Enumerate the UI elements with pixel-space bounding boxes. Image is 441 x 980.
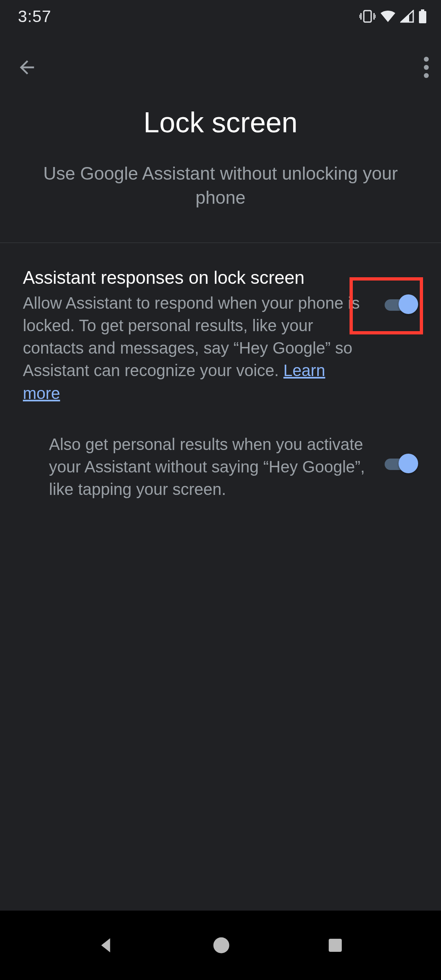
svg-rect-5 (421, 9, 424, 11)
page-header: Lock screen Use Google Assistant without… (0, 90, 441, 243)
toggle-personal-results[interactable] (382, 451, 418, 474)
svg-point-10 (213, 938, 229, 953)
page-subtitle: Use Google Assistant without unlocking y… (24, 161, 416, 210)
page-title: Lock screen (24, 106, 416, 139)
svg-point-7 (424, 57, 429, 62)
signal-icon (400, 10, 414, 23)
nav-back-button[interactable] (96, 935, 117, 956)
toggle-assistant-responses[interactable] (382, 292, 418, 315)
back-button[interactable] (16, 57, 38, 78)
battery-icon (418, 9, 427, 23)
wifi-icon (380, 10, 396, 23)
svg-point-8 (424, 65, 429, 70)
setting-description: Allow Assistant to respond when your pho… (23, 292, 366, 405)
status-bar: 3:57 (0, 0, 441, 33)
nav-recent-button[interactable] (325, 935, 345, 955)
nav-home-button[interactable] (211, 935, 232, 956)
setting-description: Also get personal results when you activ… (49, 433, 366, 501)
more-options-button[interactable] (424, 57, 429, 78)
app-bar (0, 45, 441, 90)
status-time: 3:57 (18, 7, 51, 26)
setting-title: Assistant responses on lock screen (23, 267, 366, 288)
svg-point-9 (424, 73, 429, 78)
svg-rect-0 (364, 11, 371, 22)
svg-rect-11 (329, 939, 342, 952)
setting-personal-results[interactable]: Also get personal results when you activ… (0, 421, 441, 517)
svg-rect-6 (419, 11, 426, 23)
setting-assistant-responses[interactable]: Assistant responses on lock screen Allow… (0, 259, 441, 421)
settings-list: Assistant responses on lock screen Allow… (0, 243, 441, 517)
system-nav-bar (0, 911, 441, 980)
vibrate-icon (359, 10, 376, 23)
status-icons (359, 9, 427, 23)
